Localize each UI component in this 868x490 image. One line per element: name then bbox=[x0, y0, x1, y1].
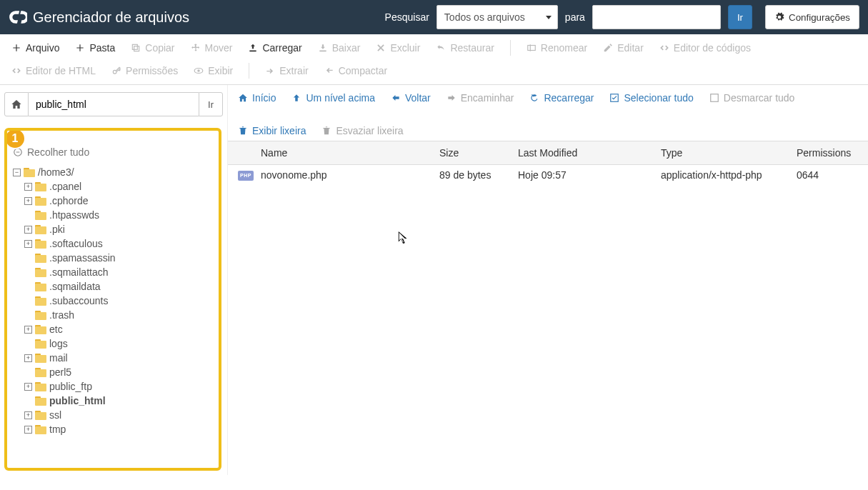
move-icon bbox=[191, 43, 201, 53]
toolbar-arquivo-button[interactable]: Arquivo bbox=[11, 42, 59, 54]
toolbar-carregar-button[interactable]: Carregar bbox=[248, 42, 301, 54]
tree-item-publicftp[interactable]: +public_ftp bbox=[24, 379, 214, 394]
tree-item-subaccounts[interactable]: .subaccounts bbox=[24, 294, 214, 308]
square-icon bbox=[709, 93, 719, 103]
nav-back-button[interactable]: Voltar bbox=[391, 92, 431, 104]
app-logo: Gerenciador de arquivos bbox=[9, 8, 189, 26]
separator bbox=[249, 63, 249, 79]
compress-icon bbox=[324, 66, 334, 76]
expander-icon[interactable]: + bbox=[24, 426, 32, 434]
toolbar-exibir-button: Exibir bbox=[194, 65, 233, 76]
expander-blank bbox=[24, 283, 32, 291]
file-table: Name Size Last Modified Type Permissions… bbox=[228, 141, 868, 185]
tree-item-cphorde[interactable]: +.cphorde bbox=[24, 194, 214, 208]
tree-item-cpanel[interactable]: +.cpanel bbox=[24, 179, 214, 194]
edit-icon bbox=[603, 43, 613, 53]
tree-item-htpasswds[interactable]: .htpasswds bbox=[24, 208, 214, 222]
toolbar-label: Renomear bbox=[541, 42, 587, 54]
tree-item-etc[interactable]: +etc bbox=[24, 322, 214, 336]
tree-item-trash[interactable]: .trash bbox=[24, 308, 214, 322]
tree-item-spamassassin[interactable]: .spamassassin bbox=[24, 251, 214, 265]
folder-icon bbox=[35, 411, 46, 420]
table-row[interactable]: PHPnovonome.php89 de bytesHoje 09:57appl… bbox=[228, 165, 868, 186]
show-trash-button[interactable]: Exibir lixeira bbox=[238, 125, 306, 136]
reload-button[interactable]: Recarregar bbox=[529, 92, 594, 104]
toolbar-label: Mover bbox=[205, 42, 233, 54]
expander-icon[interactable]: + bbox=[24, 197, 32, 205]
folder-icon bbox=[35, 368, 46, 377]
step-badge: 1 bbox=[4, 128, 26, 149]
expander-blank bbox=[24, 254, 32, 262]
folder-tree-panel: 1 Recolher tudo − /home3/ +.cpanel+.cpho… bbox=[4, 128, 221, 471]
left-column: Ir 1 Recolher tudo − /home3/ +.cpanel+.c… bbox=[0, 85, 227, 475]
col-type[interactable]: Type bbox=[654, 141, 789, 165]
settings-button[interactable]: Configurações bbox=[765, 5, 859, 29]
eye-icon bbox=[194, 66, 204, 76]
col-modified[interactable]: Last Modified bbox=[511, 141, 654, 165]
expander-icon[interactable]: + bbox=[24, 326, 32, 334]
tree-item-softaculous[interactable]: +.softaculous bbox=[24, 236, 214, 251]
col-name[interactable]: Name bbox=[228, 141, 432, 165]
tree-item-perl5[interactable]: perl5 bbox=[24, 365, 214, 379]
expander-icon[interactable]: + bbox=[24, 383, 32, 391]
folder-icon bbox=[35, 354, 46, 363]
tree-item-label: .cpanel bbox=[49, 181, 81, 192]
tree-item-sqmaildata[interactable]: .sqmaildata bbox=[24, 279, 214, 294]
expander-icon[interactable]: + bbox=[24, 411, 32, 419]
extract-icon bbox=[265, 66, 275, 76]
tree-item-label: .subaccounts bbox=[49, 295, 109, 306]
download-icon bbox=[318, 43, 328, 53]
toolbar-label: Editor de HTML bbox=[26, 65, 96, 76]
cell-perms: 0644 bbox=[789, 165, 868, 186]
search-go-button[interactable]: Ir bbox=[728, 5, 752, 29]
folder-icon bbox=[35, 211, 46, 220]
tree-root[interactable]: − /home3/ bbox=[13, 165, 214, 179]
path-go-button[interactable]: Ir bbox=[199, 92, 223, 116]
expander-icon[interactable]: + bbox=[24, 240, 32, 248]
tree-item-ssl[interactable]: +ssl bbox=[24, 408, 214, 422]
nav-up-button[interactable]: Um nível acima bbox=[291, 92, 374, 104]
svg-rect-2 bbox=[528, 46, 536, 51]
search-input[interactable] bbox=[592, 5, 721, 29]
folder-icon bbox=[35, 325, 46, 334]
home-button[interactable] bbox=[4, 92, 29, 116]
folder-icon bbox=[35, 339, 46, 349]
expander-icon[interactable]: + bbox=[24, 354, 32, 362]
tree-item-tmp[interactable]: +tmp bbox=[24, 422, 214, 436]
folder-icon bbox=[35, 196, 46, 206]
tree-item-label: .trash bbox=[49, 309, 74, 321]
expander-blank bbox=[24, 397, 32, 405]
copy-icon bbox=[131, 43, 141, 53]
expander-icon[interactable]: + bbox=[24, 226, 32, 234]
col-perms[interactable]: Permissions bbox=[789, 141, 868, 165]
toolbar-pasta-button[interactable]: Pasta bbox=[75, 42, 115, 54]
undo-icon bbox=[436, 43, 446, 53]
col-size[interactable]: Size bbox=[432, 141, 511, 165]
header-search: Pesquisar Todos os arquivos para Ir Conf… bbox=[385, 5, 859, 29]
path-input[interactable] bbox=[29, 92, 199, 116]
toolbar-label: Editor de códigos bbox=[674, 42, 751, 54]
toolbar-baixar-button: Baixar bbox=[318, 42, 361, 54]
tree-item-logs[interactable]: logs bbox=[24, 336, 214, 351]
tree-item-label: ssl bbox=[49, 409, 61, 421]
expander-icon[interactable]: + bbox=[24, 183, 32, 191]
nav-forward-button: Encaminhar bbox=[447, 92, 514, 104]
tree-item-mail[interactable]: +mail bbox=[24, 351, 214, 365]
expander-icon[interactable]: − bbox=[13, 169, 21, 176]
folder-tree: − /home3/ +.cpanel+.cphorde.htpasswds+.p… bbox=[11, 165, 214, 436]
php-file-icon: PHP bbox=[238, 171, 254, 181]
arrow-left-icon bbox=[391, 93, 401, 103]
table-header-row: Name Size Last Modified Type Permissions bbox=[228, 141, 868, 165]
arrow-right-icon bbox=[447, 93, 457, 103]
select-all-button[interactable]: Selecionar tudo bbox=[609, 92, 693, 104]
separator bbox=[510, 40, 511, 56]
tree-item-sqmailattach[interactable]: .sqmailattach bbox=[24, 265, 214, 279]
tree-item-pki[interactable]: +.pki bbox=[24, 222, 214, 236]
code-icon bbox=[11, 66, 21, 76]
collapse-all-button[interactable]: Recolher tudo bbox=[11, 144, 214, 165]
expander-blank bbox=[24, 369, 32, 376]
search-scope-select[interactable]: Todos os arquivos bbox=[437, 5, 558, 29]
nav-home-button[interactable]: Início bbox=[238, 92, 276, 104]
toolbar-label: Exibir bbox=[208, 65, 233, 76]
tree-item-publichtml[interactable]: public_html bbox=[24, 394, 214, 408]
